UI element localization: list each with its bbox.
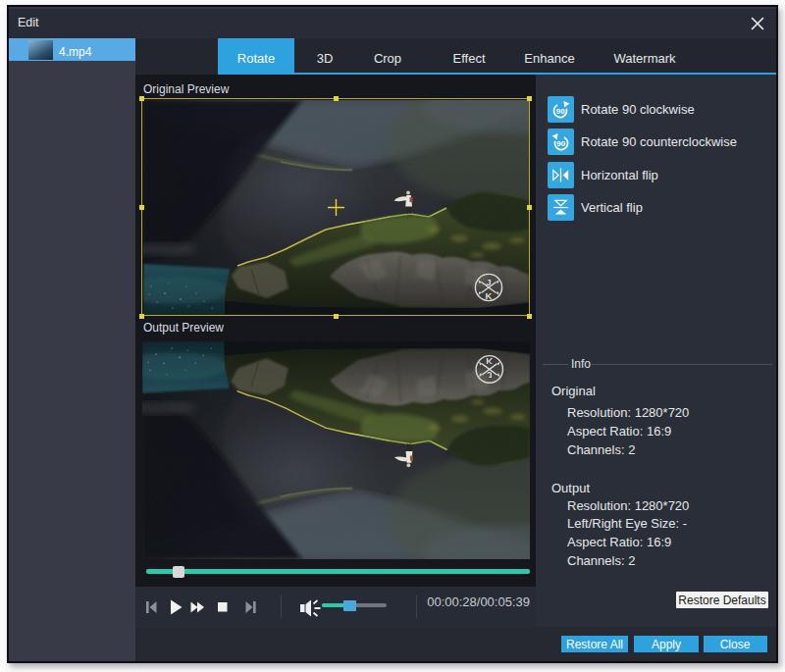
- svg-text:90: 90: [556, 107, 565, 116]
- svg-text:J: J: [487, 370, 492, 381]
- svg-text:90: 90: [556, 139, 565, 148]
- svg-text:K: K: [486, 356, 493, 367]
